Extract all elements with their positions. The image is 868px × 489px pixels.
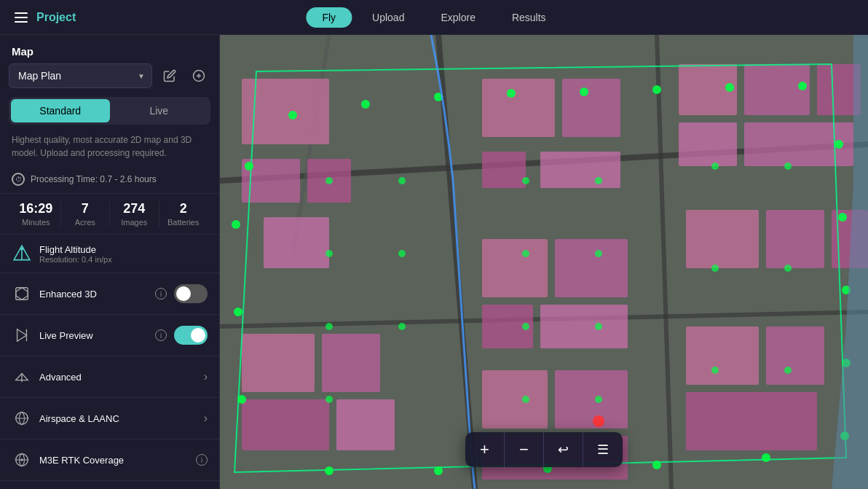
livepreview-row: Live Preview i: [0, 315, 219, 356]
svg-point-58: [652, 85, 661, 94]
stat-minutes: 16:29 Minutes: [12, 201, 60, 227]
airspace-icon: [12, 408, 32, 429]
svg-point-88: [522, 396, 529, 403]
svg-rect-45: [482, 370, 548, 429]
svg-rect-43: [242, 399, 329, 450]
zoom-in-btn[interactable]: +: [465, 432, 505, 467]
svg-point-95: [784, 367, 792, 374]
svg-rect-50: [686, 392, 817, 450]
svg-point-77: [326, 250, 333, 257]
svg-rect-30: [744, 64, 810, 115]
svg-point-53: [288, 111, 297, 120]
svg-point-66: [762, 453, 770, 462]
nav-upload[interactable]: Upload: [356, 7, 420, 28]
svg-point-69: [434, 466, 443, 475]
map-area: + − ↩ ☰: [220, 35, 868, 489]
svg-rect-39: [766, 210, 824, 268]
svg-point-71: [237, 395, 246, 404]
advanced-icon: [12, 367, 32, 387]
svg-point-79: [326, 323, 333, 330]
svg-point-82: [522, 177, 529, 184]
map-canvas: [220, 35, 868, 489]
svg-rect-6: [16, 288, 28, 300]
livepreview-label: Live Preview: [39, 330, 148, 341]
standard-toggle[interactable]: Standard: [11, 99, 110, 122]
svg-point-62: [838, 213, 847, 222]
svg-point-5: [20, 247, 23, 250]
m3ertk-info[interactable]: i: [196, 454, 208, 466]
hamburger-icon[interactable]: [15, 12, 28, 23]
advanced-label: Advanced: [39, 372, 197, 383]
enhanced3d-row: Enhanced 3D i: [0, 273, 219, 315]
svg-point-87: [595, 323, 602, 330]
svg-point-90: [711, 163, 719, 170]
svg-point-97: [593, 415, 604, 427]
advanced-chevron: ›: [204, 370, 208, 383]
svg-point-75: [326, 177, 333, 184]
edit-icon-btn[interactable]: [158, 64, 181, 87]
flight-altitude-row[interactable]: Flight Altitude Resolution: 0.4 in/px: [0, 235, 219, 273]
stat-batteries: 2 Batteries: [159, 201, 208, 227]
livepreview-info[interactable]: i: [155, 329, 167, 341]
enhanced3d-toggle[interactable]: [174, 284, 208, 303]
svg-point-91: [784, 163, 792, 170]
svg-point-92: [711, 265, 719, 272]
nav-fly[interactable]: Fly: [306, 7, 352, 28]
enhanced3d-info[interactable]: i: [155, 288, 167, 300]
svg-point-84: [522, 250, 529, 257]
svg-rect-41: [242, 334, 315, 392]
nav-explore[interactable]: Explore: [425, 7, 491, 28]
svg-rect-37: [540, 305, 628, 348]
svg-point-83: [595, 177, 602, 184]
m3ertk-row: M3E RTK Coverage i: [0, 439, 219, 481]
airspace-label: Airspace & LAANC: [39, 413, 197, 424]
map-toolbar: + − ↩ ☰: [465, 432, 623, 467]
svg-rect-49: [766, 326, 824, 385]
nav-results[interactable]: Results: [496, 7, 562, 28]
svg-rect-48: [686, 326, 759, 385]
svg-point-59: [725, 83, 734, 92]
svg-point-54: [361, 100, 370, 109]
clock-icon: ⏱: [12, 173, 25, 186]
svg-rect-35: [555, 239, 628, 297]
airspace-row[interactable]: Airspace & LAANC ›: [0, 398, 219, 439]
map-plan-select[interactable]: Map Plan Orbit Corridor Inspection: [9, 63, 152, 88]
stat-acres: 7 Acres: [60, 201, 110, 227]
live-toggle[interactable]: Live: [110, 99, 209, 122]
svg-rect-38: [686, 210, 759, 268]
stat-images: 274 Images: [109, 201, 159, 227]
mode-description: Highest quality, most accurate 2D map an…: [0, 133, 219, 168]
livepreview-icon: [12, 325, 32, 345]
altitude-subtitle: Resolution: 0.4 in/px: [39, 255, 208, 264]
svg-point-73: [232, 220, 240, 229]
svg-point-74: [245, 162, 253, 171]
zoom-out-btn[interactable]: −: [505, 432, 544, 467]
svg-rect-28: [540, 152, 620, 188]
svg-rect-24: [264, 217, 329, 268]
svg-point-13: [20, 458, 23, 461]
svg-point-86: [522, 323, 529, 330]
m3ertk-label: M3E RTK Coverage: [39, 455, 189, 466]
enhanced3d-icon: [12, 283, 32, 304]
undo-btn[interactable]: ↩: [544, 432, 583, 467]
svg-rect-25: [482, 79, 555, 137]
svg-point-78: [398, 250, 406, 257]
altitude-icon: [12, 243, 32, 264]
svg-point-93: [784, 265, 792, 272]
svg-rect-34: [482, 239, 548, 297]
list-btn[interactable]: ☰: [583, 432, 623, 467]
sidebar-map-label: Map: [0, 35, 219, 63]
advanced-row[interactable]: Advanced ›: [0, 356, 219, 398]
app-title: Project: [36, 11, 76, 24]
svg-rect-27: [482, 152, 526, 188]
svg-rect-26: [562, 79, 620, 137]
svg-rect-44: [336, 399, 395, 450]
add-icon-btn[interactable]: [187, 64, 210, 87]
svg-point-57: [580, 87, 588, 96]
svg-point-76: [398, 177, 406, 184]
livepreview-toggle[interactable]: [174, 326, 208, 345]
svg-point-61: [835, 140, 843, 149]
svg-point-80: [398, 323, 406, 330]
altitude-title: Flight Altitude: [39, 244, 208, 255]
svg-rect-32: [679, 122, 737, 166]
